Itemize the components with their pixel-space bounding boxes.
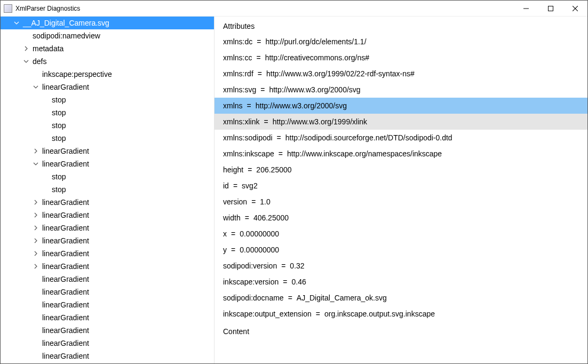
tree-item[interactable]: linearGradient	[1, 298, 214, 311]
tree-item[interactable]: linearGradient	[1, 337, 214, 350]
chevron-spacer	[41, 185, 50, 194]
tree-item-label: defs	[31, 57, 46, 66]
attribute-name: xmlns:dc	[223, 37, 252, 46]
tree-item[interactable]: defs	[1, 55, 214, 68]
tree-item[interactable]: stop	[1, 170, 214, 183]
maximize-button[interactable]	[538, 1, 563, 16]
attribute-value: http://creativecommons.org/ns#	[265, 53, 369, 62]
tree-item[interactable]: stop	[1, 132, 214, 145]
tree-item-label: stop	[51, 134, 66, 143]
attribute-name: xmlns	[223, 101, 243, 110]
attribute-row[interactable]: xmlns:inkscape=http://www.inkscape.org/n…	[214, 146, 587, 162]
tree-item[interactable]: linearGradient	[1, 350, 214, 362]
content-header: Content	[214, 322, 587, 339]
attribute-row[interactable]: sodipodi:docname=AJ_Digital_Camera_ok.sv…	[214, 290, 587, 306]
attribute-row[interactable]: id=svg2	[214, 178, 587, 194]
chevron-down-icon[interactable]	[12, 19, 21, 27]
tree-item[interactable]: linearGradient	[1, 234, 214, 247]
chevron-right-icon[interactable]	[31, 198, 40, 207]
chevron-right-icon[interactable]	[31, 236, 40, 245]
tree-item[interactable]: linearGradient	[1, 145, 214, 157]
attribute-value: http://www.inkscape.org/namespaces/inksc…	[287, 149, 442, 158]
chevron-down-icon[interactable]	[31, 160, 40, 168]
equals-sign: =	[277, 133, 281, 142]
tree-item[interactable]: inkscape:perspective	[1, 68, 214, 81]
close-button[interactable]	[563, 1, 587, 16]
chevron-right-icon[interactable]	[31, 262, 40, 271]
chevron-right-icon[interactable]	[22, 44, 30, 53]
tree-item-label: linearGradient	[41, 300, 89, 309]
attribute-name: inkscape:output_extension	[223, 310, 312, 318]
attribute-row[interactable]: height=206.25000	[214, 162, 587, 178]
attribute-row[interactable]: width=406.25000	[214, 210, 587, 226]
equals-sign: =	[316, 310, 320, 318]
chevron-spacer	[22, 31, 30, 40]
tree-item[interactable]: linearGradient	[1, 81, 214, 93]
tree-item[interactable]: linearGradient	[1, 273, 214, 286]
attribute-row[interactable]: xmlns:svg=http://www.w3.org/2000/svg	[214, 82, 587, 98]
tree-item[interactable]: linearGradient	[1, 247, 214, 260]
tree-item-label: stop	[51, 121, 66, 130]
chevron-right-icon[interactable]	[31, 224, 40, 232]
attribute-row[interactable]: xmlns=http://www.w3.org/2000/svg	[214, 98, 587, 114]
tree-item-label: inkscape:perspective	[41, 70, 112, 78]
window-title: XmlParser Diagnostics	[15, 5, 514, 12]
chevron-spacer	[31, 313, 40, 322]
details-pane[interactable]: Attributesxmlns:dc=http://purl.org/dc/el…	[214, 17, 587, 363]
attribute-row[interactable]: xmlns:xlink=http://www.w3.org/1999/xlink	[214, 114, 587, 130]
attribute-value: 0.46	[291, 278, 306, 286]
tree-item[interactable]: stop	[1, 119, 214, 132]
attribute-row[interactable]: inkscape:version=0.46	[214, 274, 587, 290]
content-area: __AJ_Digital_Camera.svgsodipodi:namedvie…	[1, 17, 587, 363]
tree-item[interactable]: linearGradient	[1, 209, 214, 221]
chevron-down-icon[interactable]	[31, 83, 40, 91]
chevron-right-icon[interactable]	[31, 211, 40, 219]
tree-item-label: linearGradient	[41, 249, 89, 258]
attribute-name: height	[223, 165, 243, 174]
attribute-row[interactable]: inkscape:output_extension=org.inkscape.o…	[214, 306, 587, 322]
attribute-row[interactable]: xmlns:cc=http://creativecommons.org/ns#	[214, 50, 587, 66]
tree-item-label: linearGradient	[41, 224, 89, 232]
tree-item[interactable]: linearGradient	[1, 324, 214, 337]
minimize-button[interactable]	[514, 1, 538, 16]
tree-item-label: stop	[51, 96, 66, 104]
tree-item[interactable]: linearGradient	[1, 260, 214, 273]
app-icon	[4, 4, 12, 13]
tree-item[interactable]: metadata	[1, 42, 214, 55]
chevron-right-icon[interactable]	[31, 249, 40, 258]
attribute-row[interactable]: x=0.00000000	[214, 226, 587, 242]
tree-item[interactable]: stop	[1, 106, 214, 119]
attribute-row[interactable]: xmlns:sodipodi=http://sodipodi.sourcefor…	[214, 130, 587, 146]
attribute-row[interactable]: sodipodi:version=0.32	[214, 258, 587, 274]
chevron-spacer	[31, 352, 40, 360]
attribute-value: AJ_Digital_Camera_ok.svg	[297, 294, 387, 302]
titlebar: XmlParser Diagnostics	[1, 1, 587, 17]
attribute-value: 0.32	[290, 262, 304, 270]
chevron-right-icon[interactable]	[31, 147, 40, 155]
tree-item[interactable]: sodipodi:namedview	[1, 29, 214, 42]
tree-item[interactable]: stop	[1, 93, 214, 106]
tree-item-label: linearGradient	[41, 288, 89, 296]
tree-item[interactable]: linearGradient	[1, 221, 214, 234]
tree-item-label: linearGradient	[41, 275, 89, 283]
attribute-name: inkscape:version	[223, 278, 279, 286]
tree-pane[interactable]: __AJ_Digital_Camera.svgsodipodi:namedvie…	[1, 17, 214, 363]
equals-sign: =	[231, 230, 235, 238]
attribute-name: xmlns:xlink	[223, 117, 259, 126]
tree-item[interactable]: stop	[1, 183, 214, 196]
attribute-row[interactable]: y=0.00000000	[214, 242, 587, 258]
chevron-down-icon[interactable]	[22, 57, 30, 66]
tree-item[interactable]: __AJ_Digital_Camera.svg	[1, 17, 214, 29]
tree-item[interactable]: linearGradient	[1, 286, 214, 298]
tree-item[interactable]: linearGradient	[1, 311, 214, 324]
chevron-spacer	[41, 134, 50, 143]
tree-item-label: linearGradient	[41, 236, 89, 245]
chevron-spacer	[41, 121, 50, 130]
attribute-row[interactable]: version=1.0	[214, 194, 587, 210]
attribute-row[interactable]: xmlns:rdf=http://www.w3.org/1999/02/22-r…	[214, 66, 587, 82]
attribute-value: http://www.w3.org/2000/svg	[269, 85, 360, 94]
chevron-spacer	[31, 326, 40, 335]
attribute-row[interactable]: xmlns:dc=http://purl.org/dc/elements/1.1…	[214, 34, 587, 50]
tree-item[interactable]: linearGradient	[1, 157, 214, 170]
tree-item[interactable]: linearGradient	[1, 196, 214, 209]
